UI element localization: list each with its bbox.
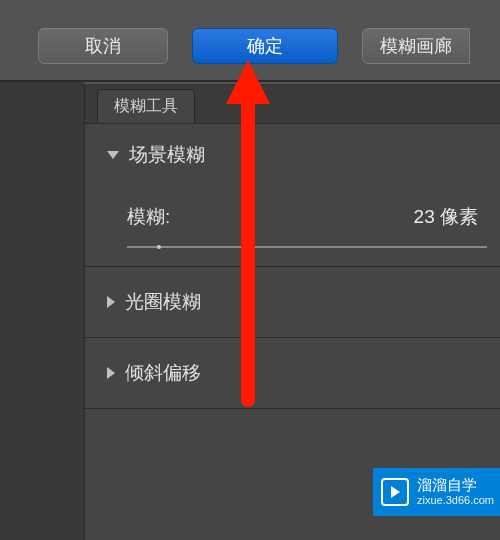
ok-button[interactable]: 确定 xyxy=(192,28,338,64)
cancel-button[interactable]: 取消 xyxy=(38,28,168,64)
expand-icon xyxy=(107,151,119,159)
section-title: 场景模糊 xyxy=(129,142,205,168)
section-tilt-shift: 倾斜偏移 xyxy=(85,338,500,409)
section-header-field-blur[interactable]: 场景模糊 xyxy=(107,142,478,168)
section-title: 倾斜偏移 xyxy=(125,360,201,386)
panel-tab-bar: 模糊工具 xyxy=(85,84,500,124)
dialog-toolbar: 取消 确定 模糊画廊 xyxy=(0,0,500,82)
blur-slider-row: 模糊: 23 像素 xyxy=(107,204,478,230)
canvas-area xyxy=(0,82,84,540)
watermark-brand: 溜溜自学 xyxy=(417,476,494,494)
blur-value[interactable]: 23 像素 xyxy=(414,204,478,230)
blur-label: 模糊: xyxy=(127,204,170,230)
watermark-url: zixue.3d66.com xyxy=(417,494,494,507)
play-icon xyxy=(381,478,409,506)
blur-gallery-button[interactable]: 模糊画廊 xyxy=(362,28,470,64)
blur-slider[interactable] xyxy=(127,246,487,248)
section-field-blur: 场景模糊 模糊: 23 像素 xyxy=(85,124,500,267)
collapse-icon xyxy=(107,296,115,308)
section-title: 光圈模糊 xyxy=(125,289,201,315)
section-header-tilt-shift[interactable]: 倾斜偏移 xyxy=(107,360,478,386)
watermark-text: 溜溜自学 zixue.3d66.com xyxy=(417,476,500,507)
tab-blur-tools[interactable]: 模糊工具 xyxy=(97,89,195,123)
collapse-icon xyxy=(107,367,115,379)
section-header-iris-blur[interactable]: 光圈模糊 xyxy=(107,289,478,315)
section-iris-blur: 光圈模糊 xyxy=(85,267,500,338)
watermark: 溜溜自学 zixue.3d66.com xyxy=(373,468,500,516)
